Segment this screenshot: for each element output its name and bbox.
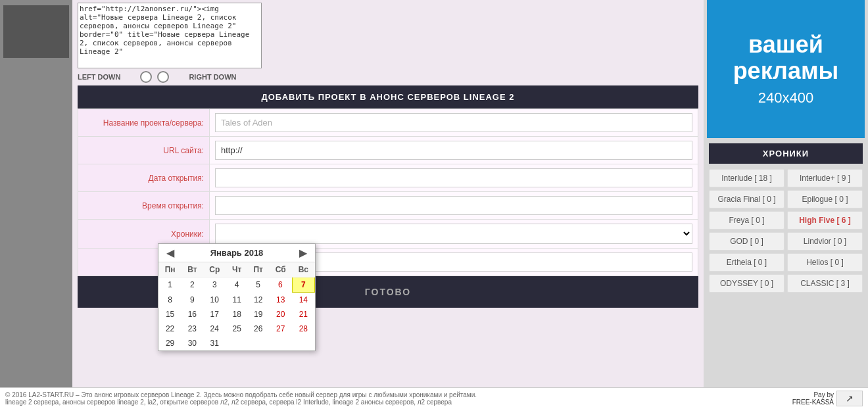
cal-weekday-header: Пт	[247, 262, 269, 277]
time-row: Время открытия:	[78, 192, 698, 220]
cal-day-cell[interactable]: 17	[203, 307, 226, 322]
calendar-popup: ◀ Январь 2018 ▶ ПнВтСрЧтПтСбВс1234567891…	[158, 243, 316, 351]
cal-day-cell[interactable]: 29	[158, 336, 181, 350]
code-box-area: href="http://l2anonser.ru/"><img alt="Но…	[72, 0, 704, 85]
cal-day-cell[interactable]: 13	[269, 293, 292, 308]
date-label: Дата открытия:	[78, 164, 210, 192]
cal-day-cell	[226, 336, 247, 350]
cal-weekday-header: Ср	[203, 262, 226, 277]
cal-day-cell	[247, 336, 269, 350]
radio-right[interactable]	[157, 71, 169, 83]
cal-weekday-header: Пн	[158, 262, 181, 277]
cal-day-cell[interactable]: 5	[247, 277, 269, 293]
url-cell	[210, 137, 698, 164]
cal-day-cell[interactable]: 8	[158, 293, 181, 308]
left-sidebar	[0, 0, 72, 409]
cal-day-cell	[269, 336, 292, 350]
cal-day-cell[interactable]: 19	[247, 307, 269, 322]
cal-day-cell[interactable]: 23	[181, 322, 203, 336]
right-sidebar: вашейрекламы 240x400 ХРОНИКИ Interlude […	[704, 0, 868, 409]
pay-arrow[interactable]: ↗	[836, 391, 863, 406]
project-input[interactable]	[215, 113, 692, 132]
url-row: URL сайта:	[78, 137, 698, 164]
date-input[interactable]	[215, 168, 692, 187]
project-label: Название проекта/сервера:	[78, 109, 210, 137]
pay-box: Pay byFREE-KASSA ↗	[792, 391, 863, 406]
cal-day-cell[interactable]: 20	[269, 307, 292, 322]
chronicle-button[interactable]: GOD [ 0 ]	[709, 232, 784, 251]
chronicles-section: ХРОНИКИ Interlude [ 18 ]Interlude+ [ 9 ]…	[704, 138, 868, 298]
cal-month-year: Январь 2018	[177, 248, 297, 258]
chronicle-button[interactable]: Lindvior [ 0 ]	[787, 232, 863, 251]
ad-banner: вашейрекламы 240x400	[707, 0, 865, 138]
radio-row	[140, 71, 169, 83]
cal-day-cell[interactable]: 21	[292, 307, 314, 322]
cal-day-cell[interactable]: 22	[158, 322, 181, 336]
chronicle-button[interactable]: Epilogue [ 0 ]	[787, 190, 863, 208]
time-cell	[210, 192, 698, 220]
chronicle-button[interactable]: Helios [ 0 ]	[787, 253, 863, 272]
cal-grid: ПнВтСрЧтПтСбВс12345678910111213141516171…	[158, 262, 315, 350]
left-banner	[3, 5, 69, 58]
cal-day-cell[interactable]: 30	[181, 336, 203, 350]
left-down-label: LEFT DOWN	[78, 73, 120, 81]
chronicle-button[interactable]: Gracia Final [ 0 ]	[709, 190, 784, 208]
chronicle-select[interactable]	[215, 224, 692, 244]
cal-day-cell[interactable]: 26	[247, 322, 269, 336]
cal-day-cell[interactable]: 1	[158, 277, 181, 293]
chronicle-button[interactable]: Ertheia [ 0 ]	[709, 253, 784, 272]
ad-text-size: 240x400	[758, 89, 813, 107]
chronicle-button[interactable]: High Five [ 6 ]	[787, 211, 863, 229]
time-label: Время открытия:	[78, 192, 210, 220]
date-cell	[210, 164, 698, 192]
cal-day-cell[interactable]: 31	[203, 336, 226, 350]
project-row: Название проекта/сервера:	[78, 109, 698, 137]
cal-day-cell[interactable]: 24	[203, 322, 226, 336]
cal-header: ◀ Январь 2018 ▶	[158, 244, 315, 262]
cal-weekday-header: Сб	[269, 262, 292, 277]
url-label: URL сайта:	[78, 137, 210, 164]
cal-next-button[interactable]: ▶	[297, 247, 310, 259]
code-textarea[interactable]: href="http://l2anonser.ru/"><img alt="Но…	[78, 3, 262, 68]
cal-day-cell[interactable]: 11	[226, 293, 247, 308]
chronicle-button[interactable]: Freya [ 0 ]	[709, 211, 784, 229]
chronicle-button[interactable]: CLASSIC [ 3 ]	[787, 274, 863, 293]
cal-weekday-header: Чт	[226, 262, 247, 277]
form-title: ДОБАВИТЬ ПРОЕКТ В АНОНС СЕРВЕРОВ LINEAGE…	[78, 85, 698, 108]
chronicle-button[interactable]: Interlude+ [ 9 ]	[787, 169, 863, 187]
radio-left[interactable]	[140, 71, 152, 83]
time-input[interactable]	[215, 196, 692, 215]
cal-day-cell[interactable]: 18	[226, 307, 247, 322]
footer-text: © 2016 LA2-START.RU – Это анонс игровых …	[5, 391, 477, 406]
footer-copyright: © 2016 LA2-START.RU – Это анонс игровых …	[5, 391, 477, 398]
cal-weekday-header: Вс	[292, 262, 314, 277]
date-row: Дата открытия:	[78, 164, 698, 192]
cal-day-cell[interactable]: 25	[226, 322, 247, 336]
project-cell	[210, 109, 698, 137]
right-down-label: RIGHT DOWN	[189, 73, 236, 81]
cal-day-cell[interactable]: 6	[269, 277, 292, 293]
cal-day-cell	[292, 336, 314, 350]
cal-day-cell[interactable]: 10	[203, 293, 226, 308]
cal-day-cell[interactable]: 28	[292, 322, 314, 336]
cal-day-cell[interactable]: 2	[181, 277, 203, 293]
cal-day-cell[interactable]: 3	[203, 277, 226, 293]
cal-day-cell[interactable]: 7	[292, 277, 314, 293]
cal-day-cell[interactable]: 15	[158, 307, 181, 322]
chronicle-button[interactable]: Interlude [ 18 ]	[709, 169, 784, 187]
footer-bar: © 2016 LA2-START.RU – Это анонс игровых …	[0, 387, 868, 409]
url-input[interactable]	[215, 141, 692, 160]
cal-prev-button[interactable]: ◀	[164, 247, 177, 259]
cal-weekday-header: Вт	[181, 262, 203, 277]
cal-day-cell[interactable]: 16	[181, 307, 203, 322]
submit-button[interactable]: ГОТОВО	[339, 281, 437, 302]
cal-day-cell[interactable]: 9	[181, 293, 203, 308]
chronicles-grid: Interlude [ 18 ]Interlude+ [ 9 ]Gracia F…	[709, 169, 863, 293]
cal-day-cell[interactable]: 27	[269, 322, 292, 336]
chronicles-title: ХРОНИКИ	[709, 143, 863, 164]
chronicle-button[interactable]: ODYSSEY [ 0 ]	[709, 274, 784, 293]
ad-text-top: вашейрекламы	[733, 32, 839, 84]
cal-day-cell[interactable]: 12	[247, 293, 269, 308]
cal-day-cell[interactable]: 14	[292, 293, 314, 308]
cal-day-cell[interactable]: 4	[226, 277, 247, 293]
